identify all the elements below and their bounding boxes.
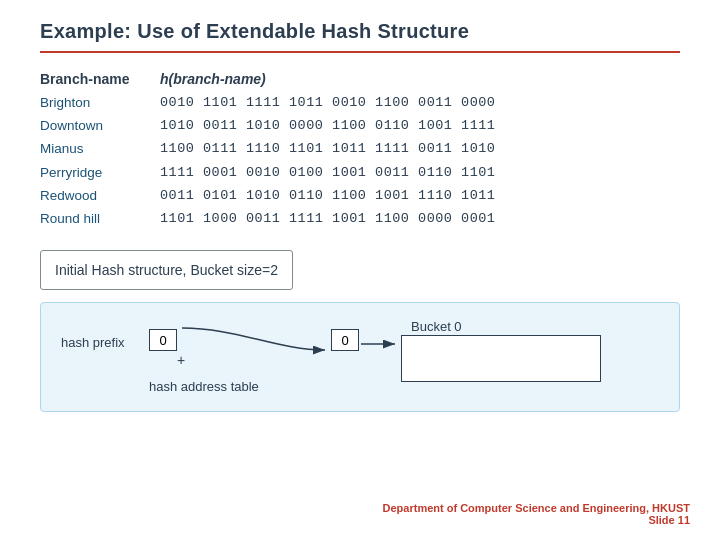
bucket-rect-bottom [401, 358, 601, 382]
bucket-number: 0 [341, 333, 348, 348]
hash-roundhill: 1101 1000 0011 1111 1001 1100 0000 0001 [160, 207, 680, 230]
content-table: Branch-name Brighton Downtown Mianus Per… [40, 71, 680, 230]
branch-mianus: Mianus [40, 137, 160, 160]
branch-redwood: Redwood [40, 184, 160, 207]
hash-prefix-box: 0 [149, 329, 177, 351]
hash-redwood: 0011 0101 1010 0110 1100 1001 1110 1011 [160, 184, 680, 207]
hash-prefix-value: 0 [159, 333, 166, 348]
initial-hash-label: Initial Hash structure, Bucket size=2 [55, 262, 278, 278]
initial-hash-box: Initial Hash structure, Bucket size=2 [40, 250, 293, 290]
hash-header: h(branch-name) [160, 71, 680, 87]
title-section: Example: Use of Extendable Hash Structur… [40, 20, 680, 53]
branch-header: Branch-name [40, 71, 160, 87]
hash-downtown: 1010 0011 1010 0000 1100 0110 1001 1111 [160, 114, 680, 137]
footer: Department of Computer Science and Engin… [383, 502, 690, 526]
slide-title: Example: Use of Extendable Hash Structur… [40, 20, 680, 43]
svg-text:+: + [177, 352, 185, 368]
slide-container: Example: Use of Extendable Hash Structur… [0, 0, 720, 540]
branch-roundhill: Round hill [40, 207, 160, 230]
branch-perryridge: Perryridge [40, 161, 160, 184]
hash-brighton: 0010 1101 1111 1011 0010 1100 0011 0000 [160, 91, 680, 114]
bucket-label: Bucket 0 [411, 319, 462, 334]
hash-column: h(branch-name) 0010 1101 1111 1011 0010 … [160, 71, 680, 230]
bucket-rect-top [401, 335, 601, 359]
branch-downtown: Downtown [40, 114, 160, 137]
hash-address-label: hash address table [149, 379, 259, 394]
hash-prefix-label: hash prefix [61, 335, 125, 350]
hash-mianus: 1100 0111 1110 1101 1011 1111 0011 1010 [160, 137, 680, 160]
diagram-area: hash prefix 0 + 0 Bucket 0 [40, 302, 680, 412]
branch-brighton: Brighton [40, 91, 160, 114]
arrow-svg: + [177, 313, 337, 373]
footer-dept: Department of Computer Science and Engin… [383, 502, 690, 514]
hash-perryridge: 1111 0001 0010 0100 1001 0011 0110 1101 [160, 161, 680, 184]
footer-slide: Slide 11 [383, 514, 690, 526]
branch-column: Branch-name Brighton Downtown Mianus Per… [40, 71, 160, 230]
bucket-number-box: 0 [331, 329, 359, 351]
arrow2-svg [359, 333, 403, 355]
